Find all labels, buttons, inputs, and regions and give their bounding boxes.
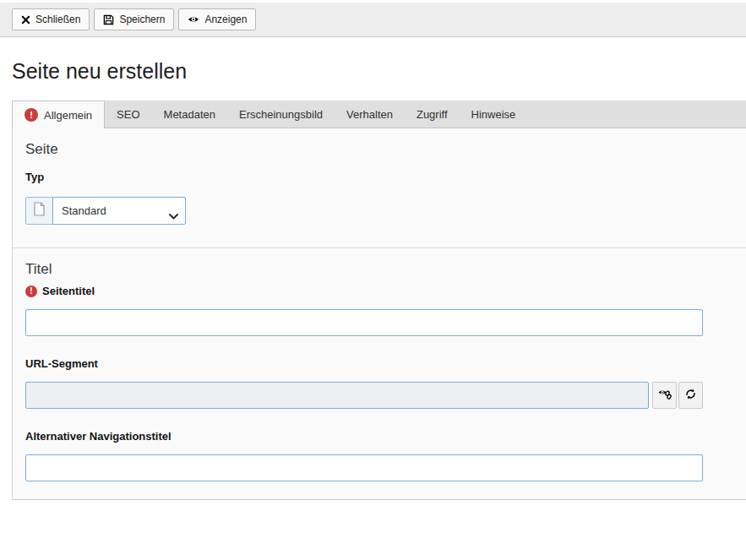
tab-label: Verhalten <box>346 108 393 121</box>
document-page-icon <box>33 202 46 220</box>
tab-label: Metadaten <box>164 108 215 121</box>
page-type-field: Standard <box>25 197 186 225</box>
tab-hinweise[interactable]: Hinweise <box>460 101 528 128</box>
tab-seo[interactable]: SEO <box>105 101 151 128</box>
tab-verhalten[interactable]: Verhalten <box>335 101 405 128</box>
page-type-select-wrap: Standard <box>52 197 186 225</box>
section-titel: Titel ! Seitentitel URL-Segment <box>25 261 703 481</box>
seitentitel-label-text: Seitentitel <box>42 285 95 298</box>
nav-title-input[interactable] <box>25 454 703 481</box>
url-segment-label: URL-Segment <box>25 357 703 371</box>
type-field-label: Typ <box>25 171 703 184</box>
doc-header-toolbar: Schließen Speichern Anzeigen <box>0 3 746 37</box>
tab-label: SEO <box>117 108 139 121</box>
tab-label: Allgemein <box>44 109 92 122</box>
eye-icon <box>188 14 199 24</box>
close-icon <box>21 15 30 24</box>
page-type-select[interactable]: Standard <box>52 197 186 225</box>
url-segment-input[interactable] <box>25 382 649 409</box>
required-error-icon: ! <box>25 285 37 297</box>
page-title: Seite neu erstellen <box>12 58 734 84</box>
close-button[interactable]: Schließen <box>12 8 90 30</box>
section-seite: Seite Typ Standard <box>25 141 703 225</box>
page-type-icon-box <box>25 197 53 225</box>
tab-error-icon: ! <box>25 108 38 122</box>
url-segment-recalculate-button[interactable] <box>678 382 703 409</box>
seitentitel-input[interactable] <box>25 309 703 336</box>
tab-label: Erscheinungsbild <box>239 108 323 121</box>
view-button-label: Anzeigen <box>204 14 247 25</box>
eye-link-icon <box>658 388 672 403</box>
save-button[interactable]: Speichern <box>94 8 174 30</box>
tab-panel-allgemein: Seite Typ Standard <box>12 128 746 500</box>
section-heading-titel: Titel <box>25 261 703 278</box>
tab-erscheinungsbild[interactable]: Erscheinungsbild <box>227 101 335 128</box>
tab-zugriff[interactable]: Zugriff <box>405 101 460 128</box>
url-segment-field <box>25 382 703 409</box>
close-button-label: Schließen <box>35 14 80 25</box>
tab-label: Hinweise <box>471 108 516 121</box>
tab-allgemein[interactable]: ! Allgemein <box>12 101 105 128</box>
view-button[interactable]: Anzeigen <box>178 8 256 30</box>
save-icon <box>103 14 114 25</box>
seitentitel-label: ! Seitentitel <box>25 285 703 298</box>
tab-metadaten[interactable]: Metadaten <box>152 101 227 128</box>
save-button-label: Speichern <box>119 14 165 25</box>
nav-title-label: Alternativer Navigationstitel <box>25 430 703 443</box>
section-divider <box>13 247 746 248</box>
section-heading-seite: Seite <box>25 141 703 158</box>
url-segment-toggle-button[interactable] <box>652 382 677 409</box>
refresh-icon <box>684 388 697 403</box>
form-tabbar: ! Allgemein SEO Metadaten Erscheinungsbi… <box>12 101 746 128</box>
tab-label: Zugriff <box>417 108 448 121</box>
